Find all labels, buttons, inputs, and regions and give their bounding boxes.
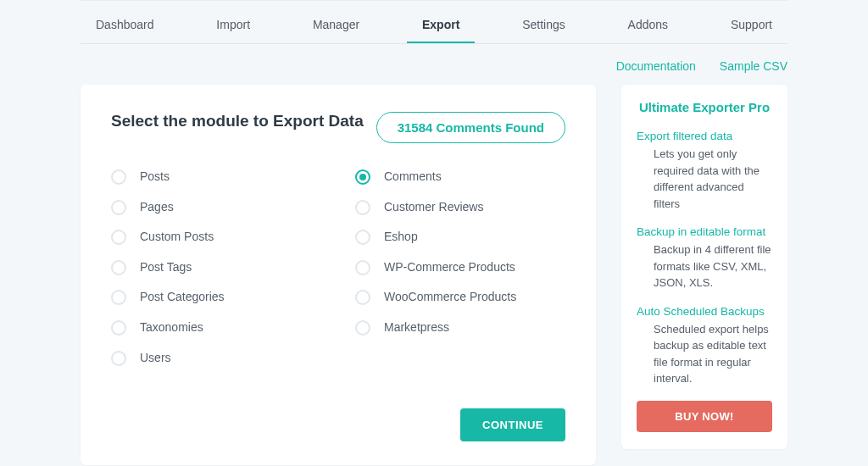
module-label: Custom Posts xyxy=(140,229,214,246)
documentation-link[interactable]: Documentation xyxy=(616,59,696,73)
radio-icon xyxy=(111,200,126,215)
radio-icon xyxy=(111,169,126,185)
module-label: Taxonomies xyxy=(140,319,203,336)
tab-support[interactable]: Support xyxy=(715,11,787,43)
radio-icon xyxy=(111,290,126,305)
promo-feature: Export filtered data Lets you get only r… xyxy=(637,130,772,212)
radio-icon xyxy=(355,260,370,275)
export-module-card: Select the module to Export Data 31584 C… xyxy=(81,85,596,465)
module-radio-eshop[interactable]: Eshop xyxy=(355,229,565,246)
module-radio-woocommerce[interactable]: WooCommerce Products xyxy=(355,289,565,306)
promo-feature: Auto Scheduled Backups Scheduled export … xyxy=(637,305,772,387)
promo-feature-title: Auto Scheduled Backups xyxy=(637,305,772,318)
module-label: Post Tags xyxy=(140,259,192,276)
tab-manager[interactable]: Manager xyxy=(298,11,375,43)
tab-settings[interactable]: Settings xyxy=(507,11,581,43)
module-radio-pages[interactable]: Pages xyxy=(111,199,321,216)
radio-icon xyxy=(355,230,370,245)
continue-button[interactable]: CONTINUE xyxy=(460,408,565,441)
module-radio-marketpress[interactable]: Marketpress xyxy=(355,319,565,336)
promo-feature: Backup in editable format Backup in 4 di… xyxy=(637,225,772,291)
module-radio-post-tags[interactable]: Post Tags xyxy=(111,259,321,276)
promo-feature-title: Export filtered data xyxy=(637,130,772,142)
promo-feature-desc: Scheduled export helps backup as editabl… xyxy=(637,321,772,387)
module-radio-posts[interactable]: Posts xyxy=(111,169,321,186)
module-radio-users[interactable]: Users xyxy=(111,350,321,367)
module-column-right: Comments Customer Reviews Eshop WP-Comme… xyxy=(355,169,565,366)
radio-icon xyxy=(111,260,126,275)
module-label: Pages xyxy=(140,199,174,216)
module-label: Users xyxy=(140,350,171,367)
radio-icon xyxy=(355,320,370,336)
module-radio-post-categories[interactable]: Post Categories xyxy=(111,289,321,306)
module-label: Posts xyxy=(140,169,170,186)
promo-card: Ultimate Exporter Pro Export filtered da… xyxy=(621,85,787,449)
radio-icon xyxy=(355,290,370,305)
radio-icon xyxy=(111,351,126,366)
module-radio-taxonomies[interactable]: Taxonomies xyxy=(111,319,321,336)
promo-feature-title: Backup in editable format xyxy=(637,225,772,238)
module-label: WooCommerce Products xyxy=(384,289,516,306)
module-column-left: Posts Pages Custom Posts Post Tags xyxy=(111,169,321,366)
module-label: WP-Commerce Products xyxy=(384,259,515,276)
promo-feature-desc: Backup in 4 different file formats like … xyxy=(637,241,772,291)
module-label: Comments xyxy=(384,169,442,186)
radio-icon xyxy=(111,320,126,336)
module-label: Marketpress xyxy=(384,319,449,336)
promo-feature-desc: Lets you get only required data with the… xyxy=(637,146,772,212)
doc-links: Documentation Sample CSV xyxy=(0,59,787,73)
module-label: Customer Reviews xyxy=(384,199,483,216)
module-label: Post Categories xyxy=(140,289,225,306)
promo-title: Ultimate Exporter Pro xyxy=(637,100,772,114)
tab-export[interactable]: Export xyxy=(407,11,475,43)
nav-tabs: Dashboard Import Manager Export Settings… xyxy=(81,0,787,44)
tab-dashboard[interactable]: Dashboard xyxy=(81,11,170,43)
radio-icon xyxy=(355,200,370,215)
sample-csv-link[interactable]: Sample CSV xyxy=(720,59,787,73)
module-label: Eshop xyxy=(384,229,418,246)
tab-addons[interactable]: Addons xyxy=(613,11,683,43)
module-radio-customer-reviews[interactable]: Customer Reviews xyxy=(355,199,565,216)
page-title: Select the module to Export Data xyxy=(111,112,364,130)
module-radio-wp-commerce[interactable]: WP-Commerce Products xyxy=(355,259,565,276)
module-radio-custom-posts[interactable]: Custom Posts xyxy=(111,229,321,246)
radio-icon xyxy=(111,230,126,245)
tab-import[interactable]: Import xyxy=(201,11,265,43)
module-radio-comments[interactable]: Comments xyxy=(355,169,565,186)
count-badge: 31584 Comments Found xyxy=(376,112,565,143)
buy-now-button[interactable]: BUY NOW! xyxy=(637,401,772,432)
radio-icon xyxy=(355,169,370,185)
